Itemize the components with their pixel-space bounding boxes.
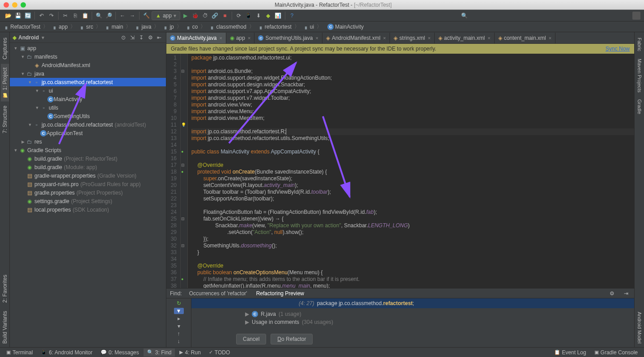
open-button[interactable]: 📂 [4,11,13,20]
project-tree[interactable]: ▼▣app▼🗀manifests◈AndroidManifest.xml▼🗀ja… [10,43,166,347]
breadcrumb-item[interactable]: ▖ co〉 [185,22,209,31]
make-button[interactable]: 🔨 [142,11,151,20]
build-variants-tool-tab[interactable]: Build Variants [1,307,9,347]
tree-row[interactable]: ▼▫ui [10,86,166,95]
rerun-icon[interactable]: ↻ [174,300,184,306]
tree-row[interactable]: ▼▫jp.co.classmethod.refactortest(android… [10,120,166,129]
code-editor[interactable]: 1234567891011121314151617181920212223242… [166,54,634,288]
search-everywhere-button[interactable]: 🔍 [460,11,469,20]
event-log-button[interactable]: 📋 Event Log [551,348,590,357]
breadcrumb-item[interactable]: ▖ RefactorTest〉 [3,22,51,31]
gradle-tool-tab[interactable]: Gradle [636,96,643,118]
forward-button[interactable]: → [128,11,137,20]
user-avatar[interactable] [632,12,640,20]
tree-row[interactable]: ▤local.properties(SDK Location) [10,205,166,214]
breadcrumb-item[interactable]: ▖ refactortest〉 [257,22,302,31]
tree-row[interactable]: ▤gradle.properties(Project Properties) [10,188,166,197]
copy-button[interactable]: ⎘ [71,11,80,20]
monitor-button[interactable]: 📊 [274,11,283,20]
maximize-button[interactable] [21,2,26,8]
editor-tab[interactable]: ◈strings.xml× [390,33,435,43]
do-refactor-button[interactable]: Do Refactor [271,334,313,344]
minimize-panel-icon[interactable]: ↧ [137,34,145,42]
captures-tool-tab[interactable]: Captures [1,34,9,63]
close-button[interactable] [4,2,9,8]
close-tab-icon[interactable]: × [315,35,318,41]
editor-tab[interactable]: CSomethingUtils.java× [254,33,322,43]
hide-panel-icon[interactable]: ⇤ [155,34,163,42]
tree-row[interactable]: ▤proguard-rules.pro(ProGuard Rules for a… [10,180,166,188]
expand-arrow[interactable]: ▼ [20,72,26,76]
code-content[interactable]: package jp.co.classmethod.refactortest.u… [188,54,634,288]
tree-row[interactable]: ◉settings.gradle(Project Settings) [10,197,166,205]
expand-arrow[interactable]: ▼ [27,80,33,85]
replace-button[interactable]: 🔎 [104,11,113,20]
breadcrumb-item[interactable]: C MainActivity [325,23,366,31]
undo-button[interactable]: ↶ [37,11,46,20]
back-button[interactable]: ← [118,11,127,20]
sync-button[interactable]: 🔄 [23,11,32,20]
expand-arrow[interactable]: ▶ [20,140,26,144]
tree-row[interactable]: ▼🗀java [10,69,166,78]
find-button[interactable]: 🔍 [94,11,103,20]
fabric-tool-tab[interactable]: Fabric [636,34,643,55]
find-tab-refactoring[interactable]: Refactoring Preview [254,289,306,298]
filter-icon[interactable]: ▼ [174,308,184,314]
editor-tab[interactable]: ◈AndroidManifest.xml× [322,33,390,43]
tree-row[interactable]: CApplicationTest [10,129,166,137]
tree-row[interactable]: ▤gradle-wrapper.properties(Gradle Versio… [10,171,166,180]
project-tool-tab[interactable]: 📁1: Project [1,64,9,102]
tree-row[interactable]: ▼🗀manifests [10,52,166,61]
tree-row[interactable]: ▶🗀res [10,137,166,146]
profile-button[interactable]: ⏱ [201,11,210,20]
tree-row[interactable]: CSomethingUtils [10,112,166,120]
find-tab-occurrences[interactable]: Occurrences of 'refactor' [187,289,249,298]
sync-now-link[interactable]: Sync Now [606,46,630,52]
breadcrumb-item[interactable]: ▖ src〉 [78,22,104,31]
expand-arrow[interactable]: ▼ [34,106,40,110]
paste-button[interactable]: 📋 [80,11,89,20]
tree-row[interactable]: ▼◉Gradle Scripts [10,146,166,154]
find-row-comments[interactable]: ▶ Usage in comments(304 usages) [245,318,634,326]
tree-row[interactable]: ▼▫jp.co.classmethod.refactortest [10,78,166,86]
run-button[interactable]: ▶ [181,11,190,20]
expand-arrow[interactable]: ▼ [27,123,33,127]
todo-button[interactable]: ✓ TODO [205,348,233,357]
collapse-icon[interactable]: ⇲ [128,34,136,42]
expand-icon[interactable]: ▸ [174,315,184,322]
gear-icon[interactable]: ⚙ [607,289,616,298]
run-configuration-dropdown[interactable]: ▲ app ▾ [152,11,180,20]
tree-row[interactable]: ◉build.gradle(Project: RefactorTest) [10,154,166,163]
run-button[interactable]: ▶ 4: Run [176,348,204,357]
project-view-dropdown[interactable]: Android [18,34,39,41]
tree-row[interactable]: CMainActivity [10,95,166,103]
stop-button[interactable]: ■ [220,11,229,20]
close-tab-icon[interactable]: × [383,35,386,41]
tree-row[interactable]: ▼▫utils [10,103,166,112]
close-tab-icon[interactable]: × [428,35,430,41]
expand-arrow[interactable]: ▼ [34,89,40,93]
editor-tab[interactable]: ◈activity_main.xml× [435,33,495,43]
terminal-button[interactable]: ▣ Terminal [3,348,36,357]
close-tab-icon[interactable]: × [549,35,551,41]
expand-arrow[interactable]: ▼ [20,55,26,59]
cut-button[interactable]: ✂ [61,11,70,20]
editor-tab[interactable]: ◈content_main.xml× [495,33,555,43]
close-tab-icon[interactable]: × [248,35,250,41]
favorites-tool-tab[interactable]: 2: Favorites [1,271,9,306]
structure-tool-tab[interactable]: 7: Structure [1,102,9,137]
maven-tool-tab[interactable]: Maven Projects [636,55,643,96]
help-button[interactable]: ? [288,11,297,20]
breadcrumb-item[interactable]: ▖ jp〉 [162,22,184,31]
android-button[interactable]: ◆ [264,11,273,20]
sync-icon[interactable]: ⊙ [119,34,127,42]
expand-arrow[interactable]: ▼ [13,148,19,153]
close-tab-icon[interactable]: × [487,35,490,41]
avd-button[interactable]: 📱 [244,11,253,20]
tree-row[interactable]: ◈AndroidManifest.xml [10,61,166,69]
editor-tab[interactable]: ◉app× [226,33,254,43]
breadcrumb-item[interactable]: ▖ app〉 [51,22,78,31]
editor-tab[interactable]: CMainActivity.java× [166,33,226,43]
attach-button[interactable]: 🔗 [211,11,220,20]
prev-icon[interactable]: ↑ [174,331,184,337]
